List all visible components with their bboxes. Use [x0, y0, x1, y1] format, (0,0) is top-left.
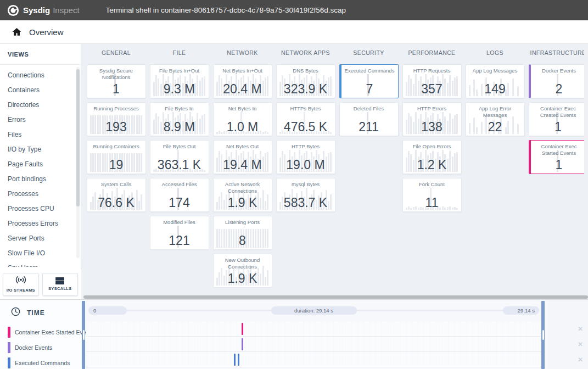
- tile-deleted-files[interactable]: Deleted Files211: [339, 102, 399, 136]
- tile-modified-files[interactable]: Modified Files121: [150, 216, 209, 250]
- tile-title: Container Exec Created Events: [529, 103, 587, 118]
- tile-file-bytes-in-out[interactable]: File Bytes In+Out9.3 M: [150, 64, 209, 98]
- tile-title: DNS Bytes: [277, 65, 335, 74]
- grid-horizontal-scrollbar[interactable]: [83, 295, 588, 299]
- sidebar-item-directories[interactable]: Directories: [0, 98, 75, 113]
- tile-running-processes[interactable]: Running Processes193: [87, 102, 146, 136]
- timeline-row-docker-events[interactable]: [86, 337, 541, 352]
- tile-http-bytes[interactable]: HTTP Bytes19.0 M: [276, 140, 335, 174]
- tile-title: App Log Error Messages: [466, 103, 524, 118]
- tile-file-open-errors[interactable]: File Open Errors1.2 K: [402, 140, 462, 174]
- tile-system-calls[interactable]: System Calls76.6 K: [87, 178, 146, 212]
- sidebar-item-connections[interactable]: Connections: [0, 68, 75, 83]
- sidebar-item-spy-users[interactable]: Spy Users: [0, 261, 75, 267]
- brand-suffix: Inspect: [53, 5, 79, 15]
- tile-title: New Outbound Connections: [214, 254, 272, 270]
- sidebar-item-files[interactable]: Files: [0, 127, 75, 142]
- timeline-ruler[interactable]: 0 duration: 29.14 s 29.14 s: [88, 306, 539, 315]
- timeline-right-handle[interactable]: [541, 301, 545, 369]
- sidebar-item-errors[interactable]: Errors: [0, 113, 75, 127]
- tile-app-log-messages[interactable]: App Log Messages149: [466, 64, 525, 98]
- tile-http-requests[interactable]: HTTP Requests357: [402, 64, 462, 98]
- ruler-end-label: 29.14 s: [503, 306, 539, 315]
- timeline-left-handle[interactable]: [82, 301, 85, 369]
- legend-item-docker-events[interactable]: Docker Events: [8, 342, 52, 354]
- timeline-plot[interactable]: 0 duration: 29.14 s 29.14 s: [86, 300, 541, 369]
- sidebar-item-i-o-by-type[interactable]: I/O by Type: [0, 142, 75, 157]
- tile-running-containers[interactable]: Running Containers19: [87, 140, 146, 174]
- tile-value: 22: [466, 120, 524, 135]
- tile-value: 19.0 M: [277, 158, 335, 172]
- tile-value: 211: [340, 120, 398, 135]
- sidebar-scrollbar-thumb[interactable]: [76, 69, 80, 206]
- sysdig-logo-icon[interactable]: [7, 4, 19, 16]
- tile-value: 19: [87, 158, 145, 172]
- tile-container-exec-started-events[interactable]: Container Exec Started Events1: [529, 140, 588, 174]
- tile-value: 1: [87, 82, 145, 97]
- legend-item-executed-commands[interactable]: Executed Commands: [8, 357, 70, 369]
- tile-fork-count[interactable]: Fork Count11: [402, 178, 462, 212]
- tile-net-bytes-in-out[interactable]: Net Bytes In+Out20.4 M: [213, 64, 272, 98]
- tile-title: Running Processes: [87, 103, 145, 112]
- tile-value: 1.9 K: [214, 195, 272, 210]
- tile-listening-ports[interactable]: Listening Ports8: [213, 216, 272, 250]
- ruler-duration-label: duration: 29.14 s: [271, 306, 357, 315]
- sidebar-item-slow-file-i-o[interactable]: Slow File I/O: [0, 246, 75, 261]
- clock-icon: [11, 307, 20, 318]
- timeline-gutter: ✕✕✕: [548, 300, 588, 369]
- tile-title: HTTP Bytes: [277, 141, 335, 150]
- tile-value: 363.1 K: [150, 158, 209, 172]
- sidebar-item-page-faults[interactable]: Page Faults: [0, 157, 75, 172]
- column-header-infrastructure: INFRASTRUCTURE: [530, 44, 586, 60]
- views-grid: GENERALSysdig Secure Notifications1Runni…: [81, 44, 588, 288]
- tile-sysdig-secure-notifications[interactable]: Sysdig Secure Notifications1: [87, 64, 146, 98]
- tile-new-outbound-connections[interactable]: New Outbound Connections1.9 K: [213, 254, 272, 288]
- sidebar-scrollbar[interactable]: [76, 67, 80, 258]
- tile-title: File Bytes Out: [150, 141, 209, 150]
- close-row-button-executed-commands[interactable]: ✕: [576, 355, 585, 364]
- tile-docker-events[interactable]: Docker Events2: [529, 64, 588, 98]
- sidebar-item-port-bindings[interactable]: Port bindings: [0, 172, 75, 187]
- tile-file-bytes-in[interactable]: File Bytes In8.9 M: [150, 102, 209, 136]
- tile-mysql-bytes[interactable]: mysql Bytes583.7 K: [276, 178, 335, 212]
- tile-https-bytes[interactable]: HTTPs Bytes476.5 K: [276, 102, 335, 136]
- broadcast-icon: [14, 276, 27, 286]
- column-infrastructure: INFRASTRUCTUREDocker Events2Container Ex…: [527, 44, 588, 288]
- tile-title: Listening Ports: [214, 216, 272, 226]
- close-row-button-container-exec-started-events[interactable]: ✕: [576, 325, 585, 333]
- tile-title: Fork Count: [403, 178, 461, 188]
- syscalls-button[interactable]: SYSCALLS: [42, 273, 79, 296]
- breadcrumb-overview[interactable]: Overview: [29, 27, 64, 37]
- tile-title: HTTP Errors: [403, 103, 461, 112]
- sidebar-item-processes[interactable]: Processes: [0, 187, 75, 202]
- tile-active-network-connections[interactable]: Active Network Connections1.9 K: [213, 178, 272, 212]
- tile-app-log-error-messages[interactable]: App Log Error Messages22: [466, 102, 525, 136]
- timeline-row-executed-commands[interactable]: [86, 352, 541, 367]
- tile-title: App Log Messages: [466, 65, 524, 74]
- sidebar-item-processes-errors[interactable]: Processes Errors: [0, 216, 75, 231]
- tile-title: Executed Commands: [341, 65, 398, 74]
- tile-container-exec-created-events[interactable]: Container Exec Created Events1: [529, 102, 588, 136]
- tile-file-bytes-out[interactable]: File Bytes Out363.1 K: [150, 140, 209, 174]
- i-o-streams-button[interactable]: I/O STREAMS: [3, 273, 39, 296]
- sidebar-item-containers[interactable]: Containers: [0, 83, 75, 98]
- tile-dns-bytes[interactable]: DNS Bytes323.9 K: [276, 64, 335, 98]
- tile-accessed-files[interactable]: Accessed Files174: [150, 178, 209, 212]
- tile-http-errors[interactable]: HTTP Errors138: [402, 102, 462, 136]
- sidebar-item-server-ports[interactable]: Server Ports: [0, 231, 75, 246]
- timeline-rows: [86, 321, 541, 367]
- sidebar-item-processes-cpu[interactable]: Processes CPU: [0, 202, 75, 216]
- tile-title: File Bytes In+Out: [150, 65, 209, 74]
- close-row-button-docker-events[interactable]: ✕: [576, 340, 585, 349]
- timeline-row-container-exec-started-events[interactable]: [86, 321, 541, 337]
- tile-net-bytes-out[interactable]: Net Bytes Out19.4 M: [213, 140, 272, 174]
- tile-title: File Bytes In: [150, 103, 209, 112]
- tile-net-bytes-in[interactable]: Net Bytes In1.0 M: [213, 102, 272, 136]
- legend-label: Executed Commands: [15, 360, 70, 366]
- home-icon[interactable]: [12, 27, 22, 37]
- column-performance: PERFORMANCEHTTP Requests357HTTP Errors13…: [400, 44, 463, 288]
- tile-executed-commands[interactable]: Executed Commands7: [339, 64, 399, 98]
- views-header: VIEWS: [0, 44, 81, 65]
- tile-title: Running Containers: [87, 141, 145, 150]
- views-sidebar: VIEWS ConnectionsContainersDirectoriesEr…: [0, 44, 81, 299]
